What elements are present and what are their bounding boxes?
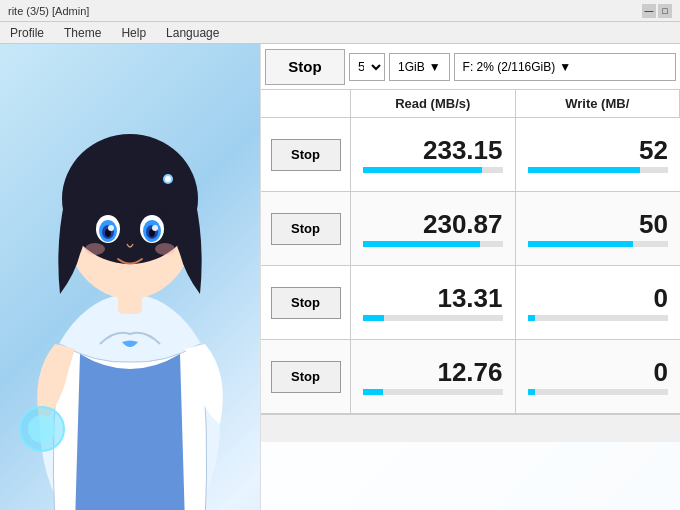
- menu-bar: Profile Theme Help Language: [0, 22, 680, 44]
- app-window: rite (3/5) [Admin] — □ Profile Theme Hel…: [0, 0, 680, 510]
- write-cell-2: 0: [516, 266, 681, 339]
- stop-button-1[interactable]: Stop: [271, 213, 341, 245]
- write-value-0: 52: [639, 137, 668, 163]
- write-value-3: 0: [654, 359, 668, 385]
- anime-character-svg: [0, 44, 260, 510]
- table-row: Stop 13.31 0: [261, 266, 680, 340]
- stop-cell-2: Stop: [261, 266, 351, 339]
- write-progress-fill-3: [528, 389, 535, 395]
- read-value-1: 230.87: [423, 211, 503, 237]
- write-progress-2: [528, 315, 669, 321]
- table-row: Stop 230.87 50: [261, 192, 680, 266]
- header-col1: [261, 90, 351, 117]
- size-label: 1GiB: [398, 60, 425, 74]
- stop-cell-0: Stop: [261, 118, 351, 191]
- write-progress-fill-0: [528, 167, 640, 173]
- write-cell-1: 50: [516, 192, 681, 265]
- svg-point-17: [28, 415, 56, 443]
- status-bar: [261, 414, 680, 442]
- main-stop-button[interactable]: Stop: [265, 49, 345, 85]
- drive-chevron-icon: ▼: [559, 60, 571, 74]
- read-progress-0: [363, 167, 503, 173]
- write-progress-fill-2: [528, 315, 535, 321]
- read-cell-3: 12.76: [351, 340, 516, 413]
- read-cell-2: 13.31: [351, 266, 516, 339]
- stop-button-0[interactable]: Stop: [271, 139, 341, 171]
- write-cell-3: 0: [516, 340, 681, 413]
- read-value-3: 12.76: [437, 359, 502, 385]
- svg-point-14: [85, 243, 105, 255]
- read-progress-fill-1: [363, 241, 480, 247]
- stop-cell-3: Stop: [261, 340, 351, 413]
- size-dropdown[interactable]: 1GiB ▼: [389, 53, 450, 81]
- stop-button-3[interactable]: Stop: [271, 361, 341, 393]
- title-bar-left: rite (3/5) [Admin]: [8, 5, 89, 17]
- title-bar: rite (3/5) [Admin] — □: [0, 0, 680, 22]
- read-cell-1: 230.87: [351, 192, 516, 265]
- read-progress-1: [363, 241, 503, 247]
- svg-point-15: [155, 243, 175, 255]
- table-header: Read (MB/s) Write (MB/: [261, 90, 680, 118]
- read-value-2: 13.31: [437, 285, 502, 311]
- drive-dropdown[interactable]: F: 2% (2/116GiB) ▼: [454, 53, 676, 81]
- header-write: Write (MB/: [516, 90, 681, 117]
- read-progress-fill-0: [363, 167, 482, 173]
- table-row: Stop 233.15 52: [261, 118, 680, 192]
- svg-point-12: [108, 225, 114, 231]
- read-progress-fill-3: [363, 389, 383, 395]
- menu-theme[interactable]: Theme: [58, 24, 107, 42]
- size-chevron-icon: ▼: [429, 60, 441, 74]
- read-value-0: 233.15: [423, 137, 503, 163]
- menu-profile[interactable]: Profile: [4, 24, 50, 42]
- svg-point-13: [152, 225, 158, 231]
- write-value-1: 50: [639, 211, 668, 237]
- table-row: Stop 12.76 0: [261, 340, 680, 414]
- write-value-2: 0: [654, 285, 668, 311]
- content-area: Stop 5 3 1 1GiB ▼ F: 2% (2/116GiB) ▼: [0, 44, 680, 510]
- title-bar-controls: — □: [642, 4, 672, 18]
- read-progress-3: [363, 389, 503, 395]
- write-cell-0: 52: [516, 118, 681, 191]
- minimize-button[interactable]: —: [642, 4, 656, 18]
- stop-cell-1: Stop: [261, 192, 351, 265]
- read-cell-0: 233.15: [351, 118, 516, 191]
- drive-label: F: 2% (2/116GiB): [463, 60, 556, 74]
- toolbar-row: Stop 5 3 1 1GiB ▼ F: 2% (2/116GiB) ▼: [261, 44, 680, 90]
- data-rows-container: Stop 233.15 52 Stop 230.87 50: [261, 118, 680, 414]
- stop-button-2[interactable]: Stop: [271, 287, 341, 319]
- svg-point-19: [165, 176, 171, 182]
- write-progress-3: [528, 389, 669, 395]
- write-progress-fill-1: [528, 241, 633, 247]
- count-select[interactable]: 5 3 1: [349, 53, 385, 81]
- write-progress-0: [528, 167, 669, 173]
- header-read: Read (MB/s): [351, 90, 516, 117]
- read-progress-2: [363, 315, 503, 321]
- read-progress-fill-2: [363, 315, 384, 321]
- anime-character-area: [0, 44, 265, 510]
- benchmark-panel: Stop 5 3 1 1GiB ▼ F: 2% (2/116GiB) ▼: [260, 44, 680, 510]
- menu-help[interactable]: Help: [115, 24, 152, 42]
- maximize-button[interactable]: □: [658, 4, 672, 18]
- menu-language[interactable]: Language: [160, 24, 225, 42]
- write-progress-1: [528, 241, 669, 247]
- window-title: rite (3/5) [Admin]: [8, 5, 89, 17]
